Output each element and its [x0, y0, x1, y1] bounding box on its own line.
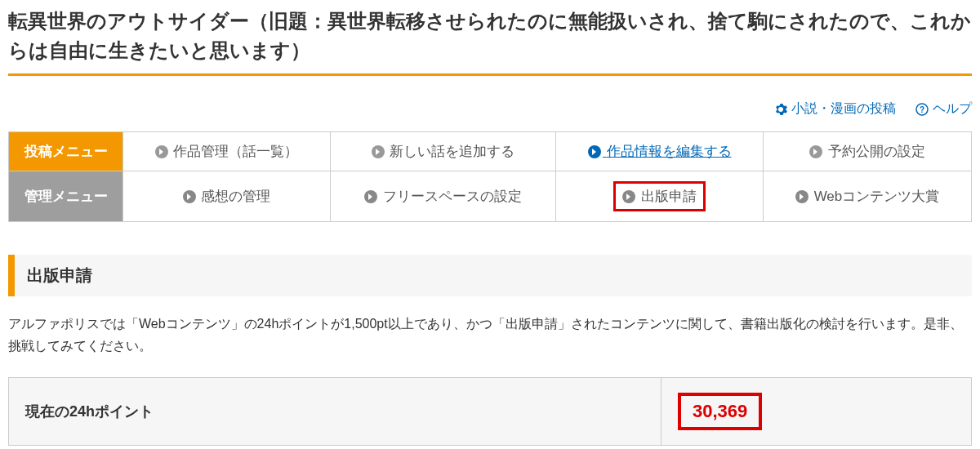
- help-label: ヘルプ: [933, 100, 972, 118]
- section-description: アルファポリスでは「Webコンテンツ」の24hポイントが1,500pt以上であり…: [8, 313, 972, 357]
- page-title: 転異世界のアウトサイダー（旧題：異世界転移させられたのに無能扱いされ、捨て駒にさ…: [8, 0, 972, 76]
- gear-icon: [774, 103, 787, 116]
- points-table: 現在の24hポイント 30,369: [8, 377, 972, 446]
- arrow-right-icon: [183, 190, 196, 203]
- help-link[interactable]: ? ヘルプ: [915, 100, 972, 118]
- menu-scheduled-publish[interactable]: 予約公開の設定: [764, 131, 972, 171]
- arrow-right-icon: [809, 145, 822, 158]
- menu-add-chapter[interactable]: 新しい話を追加する: [330, 131, 555, 171]
- menu-work-management[interactable]: 作品管理（話一覧）: [123, 131, 331, 171]
- menu-label: 作品管理（話一覧）: [173, 144, 298, 159]
- menu-label: 作品情報を編集する: [607, 144, 732, 159]
- menu-freespace[interactable]: フリースペースの設定: [330, 171, 555, 221]
- menu-label: 感想の管理: [201, 189, 270, 204]
- menu-label: フリースペースの設定: [383, 189, 522, 204]
- menu-web-contest[interactable]: Webコンテンツ大賞: [764, 171, 972, 221]
- arrow-right-icon: [364, 190, 377, 203]
- arrow-right-icon: [622, 190, 635, 203]
- arrow-right-icon: [795, 190, 808, 203]
- post-menu-header: 投稿メニュー: [9, 131, 123, 171]
- menu-label: 予約公開の設定: [828, 144, 925, 159]
- section-header: 出版申請: [8, 255, 972, 296]
- svg-text:?: ?: [920, 105, 924, 114]
- menu-table: 投稿メニュー 作品管理（話一覧） 新しい話を追加する 作品情報を編集する 予約公…: [8, 131, 972, 222]
- points-label-cell: 現在の24hポイント: [9, 377, 662, 445]
- top-links: 小説・漫画の投稿 ? ヘルプ: [8, 100, 972, 119]
- arrow-right-icon: [155, 145, 168, 158]
- arrow-right-icon: [588, 145, 601, 158]
- menu-edit-work-info[interactable]: 作品情報を編集する: [556, 131, 764, 171]
- points-value: 30,369: [678, 393, 762, 430]
- menu-label: 出版申請: [641, 189, 697, 204]
- post-novel-link[interactable]: 小説・漫画の投稿: [774, 100, 896, 118]
- menu-reviews[interactable]: 感想の管理: [123, 171, 331, 221]
- help-icon: ?: [915, 103, 929, 116]
- points-value-cell: 30,369: [662, 377, 972, 445]
- post-novel-label: 小説・漫画の投稿: [791, 100, 896, 118]
- menu-label: 新しい話を追加する: [390, 144, 514, 159]
- arrow-right-icon: [372, 145, 385, 158]
- manage-menu-header: 管理メニュー: [9, 171, 123, 221]
- menu-publish-request[interactable]: 出版申請: [556, 171, 764, 221]
- menu-label: Webコンテンツ大賞: [814, 189, 940, 204]
